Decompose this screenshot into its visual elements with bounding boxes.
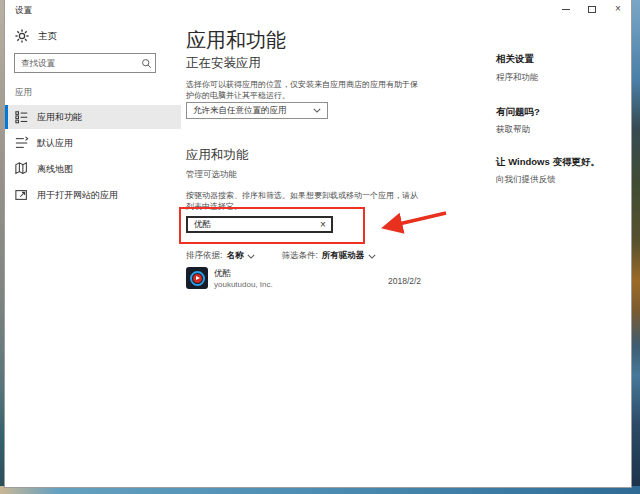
offline-maps-icon <box>15 162 29 176</box>
app-publisher: youkutudou, Inc. <box>214 280 273 289</box>
app-sources-dropdown[interactable]: 允许来自任意位置的应用 <box>186 102 328 119</box>
sort-by-value[interactable]: 名称 <box>226 250 243 262</box>
sidebar-item-label: 默认应用 <box>37 137 73 150</box>
make-windows-better-heading: 让 Windows 变得更好。 <box>496 156 600 169</box>
page-title: 应用和功能 <box>186 27 286 54</box>
chevron-down-icon[interactable] <box>368 254 376 259</box>
app-install-date: 2018/2/2 <box>388 276 421 286</box>
desktop: 设置 × 主页 <box>0 0 640 494</box>
manage-optional-features-link[interactable]: 管理可选功能 <box>186 169 237 181</box>
search-submit-button[interactable] <box>137 54 155 72</box>
annotation-arrow-icon <box>374 208 450 235</box>
maximize-icon <box>588 6 596 13</box>
dropdown-selected-value: 允许来自任意位置的应用 <box>193 105 287 117</box>
installing-apps-description: 选择你可以获得应用的位置，仅安装来自应用商店的应用有助于保护你的电脑并让其平稳运… <box>186 79 422 101</box>
maximize-button[interactable] <box>579 0 605 18</box>
gear-icon <box>15 29 29 43</box>
get-help-link[interactable]: 获取帮助 <box>496 124 530 136</box>
clear-search-icon[interactable]: × <box>315 219 331 230</box>
installing-apps-heading: 正在安装应用 <box>186 55 261 72</box>
sidebar-item-label: 用于打开网站的应用 <box>37 189 118 202</box>
close-button[interactable]: × <box>605 0 631 18</box>
youku-app-icon <box>186 267 208 289</box>
titlebar: 设置 × <box>5 0 631 28</box>
have-question-heading: 有问题吗? <box>496 106 540 119</box>
give-feedback-link[interactable]: 向我们提供反馈 <box>496 174 556 186</box>
sidebar-section-label: 应用 <box>15 87 32 99</box>
minimize-button[interactable] <box>553 0 579 18</box>
chevron-down-icon <box>313 108 321 113</box>
sort-by-label: 排序依据: <box>186 250 222 262</box>
filter-by-label: 筛选条件: <box>281 250 317 262</box>
close-icon: × <box>615 4 621 14</box>
desktop-wallpaper-right <box>632 0 640 494</box>
app-filter-search-box: × <box>186 216 333 233</box>
related-settings-heading: 相关设置 <box>496 53 534 66</box>
minimize-icon <box>562 9 570 10</box>
sidebar-item-label: 应用和功能 <box>37 111 82 124</box>
search-icon <box>141 58 152 69</box>
apps-features-icon <box>15 110 29 124</box>
sidebar-item-apps-for-websites[interactable]: 用于打开网站的应用 <box>5 183 181 207</box>
caption-buttons: × <box>553 0 631 18</box>
sidebar-item-label: 离线地图 <box>37 163 73 176</box>
default-apps-icon <box>15 136 29 150</box>
window-title: 设置 <box>15 5 32 17</box>
apps-features-heading: 应用和功能 <box>186 147 249 164</box>
settings-search-input[interactable] <box>15 58 137 68</box>
sort-filter-row: 排序依据: 名称 筛选条件: 所有驱动器 <box>186 250 376 262</box>
programs-and-features-link[interactable]: 程序和功能 <box>496 72 539 84</box>
settings-window: 设置 × 主页 <box>4 0 632 488</box>
apps-for-websites-icon <box>15 188 29 202</box>
sidebar-item-apps-features[interactable]: 应用和功能 <box>5 105 181 129</box>
selected-accent-bar <box>5 105 8 129</box>
app-list-item-youku[interactable]: 优酷 youkutudou, Inc. 2018/2/2 <box>186 266 446 292</box>
settings-search-box <box>14 53 156 73</box>
app-filter-search-input[interactable] <box>188 220 315 230</box>
app-name: 优酷 <box>214 268 231 280</box>
sidebar-item-default-apps[interactable]: 默认应用 <box>5 131 181 155</box>
chevron-down-icon[interactable] <box>247 254 255 259</box>
home-label: 主页 <box>38 30 57 43</box>
sidebar-item-home[interactable]: 主页 <box>15 29 57 43</box>
sidebar-item-offline-maps[interactable]: 离线地图 <box>5 157 181 181</box>
filter-by-value[interactable]: 所有驱动器 <box>322 250 365 262</box>
